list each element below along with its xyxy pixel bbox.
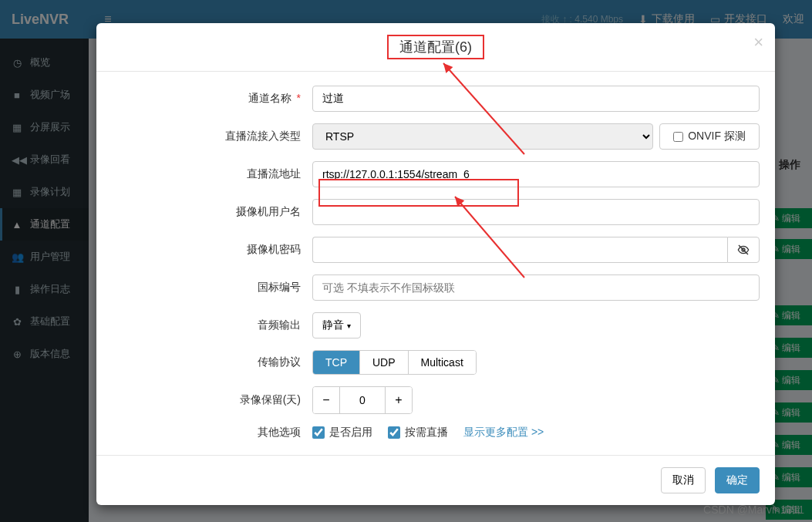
spinner-minus-button[interactable]: − (313, 387, 339, 413)
gb-code-input[interactable] (312, 274, 760, 301)
channel-name-input[interactable] (312, 86, 760, 112)
cancel-button[interactable]: 取消 (661, 467, 706, 493)
channel-config-modal: 通道配置(6) × 通道名称 * 直播流接入类型 RTSP ONVIF 探测 (96, 23, 775, 505)
ondemand-checkbox[interactable]: 按需直播 (388, 426, 448, 439)
onvif-probe-checkbox[interactable]: ONVIF 探测 (659, 123, 760, 150)
close-icon[interactable]: × (753, 32, 763, 52)
transport-multicast-button[interactable]: Multicast (409, 351, 476, 374)
label-stream-type: 直播流接入类型 (112, 130, 312, 143)
toggle-password-icon[interactable] (727, 237, 760, 263)
show-more-config-link[interactable]: 显示更多配置 >> (463, 426, 544, 439)
transport-udp-button[interactable]: UDP (360, 351, 409, 374)
confirm-button[interactable]: 确定 (715, 467, 760, 493)
record-retain-input[interactable] (339, 387, 386, 413)
label-record-retain: 录像保留(天) (112, 393, 312, 407)
modal-title: 通道配置(6) (387, 35, 484, 59)
label-audio-out: 音频输出 (112, 318, 312, 332)
label-channel-name: 通道名称 * (112, 92, 312, 106)
label-cam-user: 摄像机用户名 (112, 205, 312, 219)
transport-tcp-button[interactable]: TCP (313, 351, 360, 374)
label-cam-pass: 摄像机密码 (112, 243, 312, 257)
label-stream-addr: 直播流地址 (112, 167, 312, 181)
stream-type-select[interactable]: RTSP (312, 123, 653, 150)
caret-down-icon: ▾ (347, 322, 351, 330)
spinner-plus-button[interactable]: + (386, 387, 412, 413)
enable-checkbox[interactable]: 是否启用 (312, 426, 372, 439)
watermark: CSDN @Marvin1311 (703, 503, 804, 516)
stream-addr-input[interactable] (312, 161, 760, 187)
cam-pass-input[interactable] (312, 237, 727, 263)
audio-output-dropdown[interactable]: 静音 ▾ (312, 312, 361, 338)
label-gb-code: 国标编号 (112, 281, 312, 295)
cam-user-input[interactable] (312, 199, 760, 225)
record-retain-spinner: − + (312, 386, 413, 414)
label-other-opts: 其他选项 (112, 426, 312, 439)
label-transport: 传输协议 (112, 355, 312, 369)
transport-protocol-group: TCPUDPMulticast (312, 350, 477, 375)
